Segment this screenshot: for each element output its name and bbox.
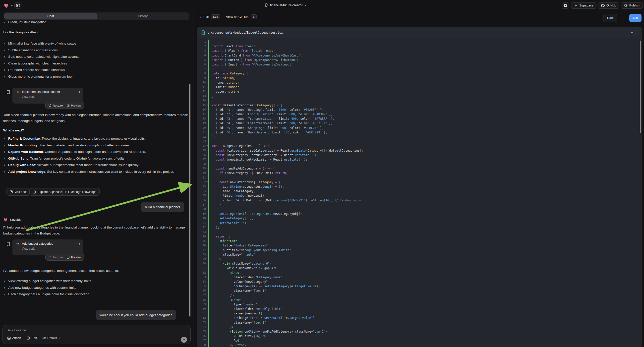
line-number: 17: [197, 112, 208, 116]
top-bar: financial-future-creator Supabase GitHub: [0, 0, 644, 11]
toggle-sidebar-button[interactable]: [14, 2, 22, 9]
list-item: View existing budget categories with the…: [0, 278, 186, 284]
github-button[interactable]: GitHub: [598, 2, 619, 9]
code-line: 39 setCategories([...categories, newCate…: [197, 212, 642, 216]
code-line: 8interface Category {: [197, 71, 642, 76]
code-line: 15const defaultCategories: Category[] = …: [197, 103, 642, 108]
composer: Attach Edit Default: [2, 325, 191, 344]
attach-button[interactable]: Attach: [7, 336, 21, 340]
code-line: 61 value={newLimit}: [197, 311, 642, 316]
code-line: 20 { id: '5', name: 'Shopping', limit: 2…: [197, 126, 642, 130]
manage-knowledge-button[interactable]: Manage knowledge: [62, 188, 100, 196]
chat-input[interactable]: [8, 328, 157, 332]
chat-bubble-icon: [32, 190, 36, 194]
version-card-add-budget-categories[interactable]: <> Add budget categories View code: [12, 240, 84, 256]
collapse-button[interactable]: [628, 29, 636, 36]
line-number: 14: [197, 98, 208, 103]
bookmark-icon[interactable]: [6, 242, 10, 246]
message-more-button[interactable]: ⋯: [182, 216, 186, 221]
gear-icon: [564, 4, 567, 8]
line-number: 63: [197, 320, 208, 325]
code-lines[interactable]: 12import React from 'react';3import { Pl…: [197, 40, 642, 347]
chat-panel: Chat History Clean, intuitive navigation…: [0, 11, 194, 347]
tab-history[interactable]: History: [97, 13, 189, 20]
restore-button[interactable]: Restore: [48, 256, 63, 259]
code-line: 62 onChange={(e) => setNewLimit(e.target…: [197, 316, 642, 320]
view-code-link[interactable]: View code: [12, 246, 84, 250]
lovable-avatar-icon: [4, 218, 8, 222]
line-number: 29: [197, 166, 208, 171]
code-line: 43: [197, 230, 642, 234]
code-line: 33 id: String(categories.length + 1),: [197, 184, 642, 189]
code-line: 17 { id: '2', name: 'Food & Dining', lim…: [197, 112, 642, 116]
logo-chevron-down-icon[interactable]: [10, 4, 13, 6]
bookmark-icon[interactable]: [6, 90, 10, 94]
send-button[interactable]: [181, 337, 187, 343]
code-line: 58 <Input: [197, 298, 642, 302]
target-icon: [26, 336, 30, 340]
version-card-implement-financial-planner[interactable]: <> Implement financial planner View code: [12, 88, 84, 104]
code-line: 7: [197, 67, 642, 71]
mode-select[interactable]: Default: [42, 336, 61, 340]
fold-chevron-icon[interactable]: [207, 145, 208, 146]
fold-chevron-icon[interactable]: [207, 73, 208, 74]
fold-chevron-icon[interactable]: [207, 168, 208, 169]
line-number: 10: [197, 80, 208, 85]
code-line: 64 />: [197, 325, 642, 329]
globe-icon: [264, 3, 268, 7]
line-number: 23: [197, 139, 208, 144]
chat-scrollbar[interactable]: [190, 84, 190, 317]
supabase-button[interactable]: Supabase: [571, 2, 596, 9]
code-line: 3import { Plus } from 'lucide-react';: [197, 48, 642, 53]
line-number: 13: [197, 94, 208, 98]
fold-chevron-icon[interactable]: [207, 182, 208, 182]
code-line: 59 type="number": [197, 302, 642, 307]
code-scrollbar[interactable]: [640, 40, 641, 133]
composer-actions: Attach Edit Default: [7, 336, 61, 340]
publish-label: Publish: [629, 4, 640, 7]
restore-icon: [48, 104, 51, 107]
restore-button[interactable]: Restore: [48, 104, 63, 107]
settings-button[interactable]: [562, 2, 569, 9]
edit-button[interactable]: Edit: [26, 336, 37, 340]
line-number: 44: [197, 234, 208, 239]
code-line: 66 <Plus size={16} />: [197, 334, 642, 338]
view-on-github-button[interactable]: View on GitHub G: [226, 14, 257, 19]
whats-next-list: Refine & Customize: Tweak the design, an…: [0, 136, 187, 175]
user-message-bubble: build a financial planner: [141, 202, 184, 212]
restore-icon: [48, 256, 51, 259]
list-item: Expand with Backend: Connect Supabase to…: [0, 148, 187, 155]
raw-button[interactable]: Raw: [603, 14, 617, 22]
file-header[interactable]: src/components/budget/BudgetCategories.t…: [197, 27, 642, 38]
code-line: 60 placeholder="Monthly limit": [197, 307, 642, 311]
exit-button[interactable]: Exit ESC: [199, 14, 220, 19]
external-link-icon: [67, 104, 70, 107]
lovable-logo[interactable]: [4, 3, 10, 8]
line-number: 3: [197, 48, 208, 53]
list-item: Each category gets a unique color for vi…: [0, 291, 186, 298]
code-line: 38: [197, 207, 642, 212]
tab-chat[interactable]: Chat: [4, 13, 97, 20]
esc-key-badge: ESC: [211, 14, 220, 19]
assistant-name: Lovable: [10, 218, 22, 222]
code-line: 57 />: [197, 293, 642, 298]
visit-docs-button[interactable]: Visit docs: [6, 188, 30, 196]
list-item: GitHub Sync: Transfer your project's cod…: [0, 155, 187, 162]
chevron-right-icon: [78, 242, 80, 245]
preview-button[interactable]: Preview: [67, 104, 81, 107]
publish-button[interactable]: Publish: [621, 2, 643, 9]
fold-chevron-icon[interactable]: [207, 104, 208, 106]
diff-button[interactable]: Diff: [629, 14, 642, 22]
line-number: 64: [197, 325, 208, 329]
line-number: 11: [197, 85, 208, 89]
project-switcher[interactable]: financial-future-creator: [264, 3, 307, 7]
explore-supabase-button[interactable]: Explore Supabase: [29, 188, 65, 196]
list-item: Clean typography with clear hierarchies: [0, 60, 186, 67]
line-number: 26: [197, 153, 208, 157]
view-code-link[interactable]: View code: [12, 94, 84, 98]
code-line: 40 setNewCategory('');: [197, 216, 642, 220]
preview-button[interactable]: Preview: [67, 256, 81, 259]
line-number: 30: [197, 171, 208, 175]
line-number: 51: [197, 266, 208, 270]
app-window: financial-future-creator Supabase GitHub: [0, 0, 644, 347]
